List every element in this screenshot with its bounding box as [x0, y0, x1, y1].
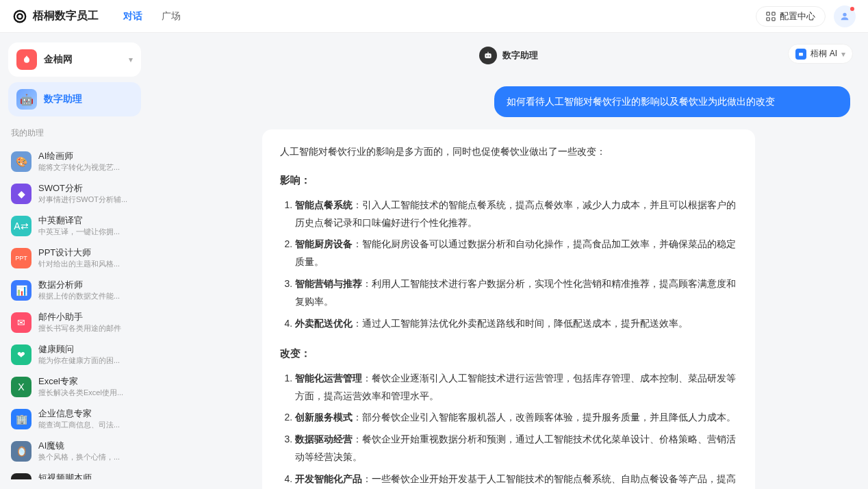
sidebar-assistant-item[interactable]: ◆ SWOT分析 对事情进行SWOT分析辅... — [8, 178, 141, 209]
logo: 梧桐数字员工 — [12, 9, 99, 24]
list-item-label: 智能营销与推荐 — [295, 278, 362, 289]
assistant-item-desc: 针对给出的主题和风格... — [38, 259, 120, 269]
assistant-item-title: 邮件小助手 — [38, 311, 121, 323]
list-item-label: 创新服务模式 — [295, 412, 353, 423]
assistant-item-text: 中英翻译官 中英互译，一键让你拥... — [38, 214, 120, 237]
assistant-item-title: AI魔镜 — [38, 440, 120, 452]
list-item: 智能化运营管理：餐饮企业逐渐引入人工智能技术进行运营管理，包括库存管理、成本控制… — [295, 370, 737, 405]
config-label: 配置中心 — [780, 10, 815, 23]
sidebar-assistant-item[interactable]: 🎨 AI绘画师 能将文字转化为视觉艺... — [8, 146, 141, 177]
logo-text: 梧桐数字员工 — [33, 9, 99, 23]
assistant-item-text: 数据分析师 根据上传的数据文件能... — [38, 279, 120, 301]
assistant-item-icon: 🪞 — [11, 441, 31, 462]
user-avatar[interactable] — [834, 5, 856, 27]
list-item: 创新服务模式：部分餐饮企业引入智能客服机器人，改善顾客体验，提升服务质量，并且降… — [295, 409, 737, 427]
sidebar-assistant-item[interactable]: ✉ 邮件小助手 擅长书写各类用途的邮件 — [8, 307, 141, 338]
assistant-item-text: 健康顾问 能为你在健康方面的困... — [38, 343, 120, 366]
sidebar-assistant-item[interactable]: A⇄ 中英翻译官 中英互译，一键让你拥... — [8, 210, 141, 241]
assistant-item-icon: A⇄ — [11, 216, 31, 236]
list-item-label: 智能厨房设备 — [295, 238, 353, 249]
list-item-text: ：引入人工智能技术的智能点餐系统，提高点餐效率，减少人力成本，并且可以根据客户的… — [295, 199, 736, 228]
model-selector[interactable]: 梧桐 AI ▾ — [788, 44, 853, 64]
assistant-item-text: PPT设计大师 针对给出的主题和风格... — [38, 247, 120, 269]
assistant-item-desc: 对事情进行SWOT分析辅... — [38, 195, 127, 205]
assistant-item-icon: 🎨 — [11, 151, 31, 172]
assistant-item-title: AI绘画师 — [38, 150, 120, 162]
assistant-item-desc: 能为你在健康方面的困... — [38, 355, 120, 366]
assistant-item-icon: ◆ — [11, 184, 31, 204]
assistant-list: 🎨 AI绘画师 能将文字转化为视觉艺... ◆ SWOT分析 对事情进行SWOT… — [8, 146, 141, 479]
model-name: 梧桐 AI — [810, 48, 837, 60]
assistant-item-text: SWOT分析 对事情进行SWOT分析辅... — [38, 182, 127, 205]
nav-square[interactable]: 广场 — [162, 10, 181, 23]
assistant-item-title: PPT设计大师 — [38, 247, 120, 259]
chevron-down-icon: ▾ — [841, 49, 845, 59]
assistant-item-title: 企业信息专家 — [38, 408, 120, 420]
assistant-item-desc: 根据上传的数据文件能... — [38, 291, 120, 301]
assistant-item-title: 短视频脚本师 — [38, 472, 120, 479]
sidebar-assistant-item[interactable]: 🏢 企业信息专家 能查询工商信息、司法... — [8, 403, 141, 434]
config-center-button[interactable]: 配置中心 — [756, 6, 826, 27]
change-heading: 改变： — [280, 344, 737, 363]
sidebar-assistant-item[interactable]: 🪞 AI魔镜 换个风格，换个心情，... — [8, 436, 141, 466]
svg-rect-4 — [767, 17, 769, 20]
org-icon — [16, 49, 37, 70]
assistant-item-text: 企业信息专家 能查询工商信息、司法... — [38, 408, 120, 430]
list-item: 智能厨房设备：智能化厨房设备可以通过数据分析和自动化操作，提高食品加工效率，并确… — [295, 236, 737, 271]
user-icon — [839, 11, 850, 22]
svg-point-8 — [486, 55, 487, 57]
assistant-item-desc: 擅长书写各类用途的邮件 — [38, 323, 121, 334]
assistant-item-title: 数据分析师 — [38, 279, 120, 291]
list-item-label: 外卖配送优化 — [295, 318, 353, 329]
sidebar-assistant-item[interactable]: ▶ 短视频脚本师 告诉我短视频脚本关键... — [8, 468, 141, 479]
sidebar-section-title: 我的助理 — [11, 127, 138, 139]
nav-chat[interactable]: 对话 — [123, 10, 142, 23]
list-item: 开发智能化产品：一些餐饮企业开始开发基于人工智能技术的智能点餐系统、自助点餐设备… — [295, 471, 737, 489]
list-item-label: 数据驱动经营 — [295, 434, 353, 444]
assistant-item-text: 邮件小助手 擅长书写各类用途的邮件 — [38, 311, 121, 334]
app-header: 梧桐数字员工 对话 广场 配置中心 — [0, 0, 868, 33]
chevron-down-icon: ▾ — [129, 55, 133, 64]
svg-point-6 — [843, 12, 846, 16]
top-nav: 对话 广场 — [123, 10, 181, 23]
svg-rect-11 — [799, 52, 803, 55]
assistant-item-icon: X — [11, 377, 31, 397]
sidebar-assistant-item[interactable]: X Excel专家 擅长解决各类Excel使用... — [8, 371, 141, 402]
chat-robot-icon — [479, 47, 497, 64]
impact-heading: 影响： — [280, 171, 737, 190]
assistant-item-desc: 能将文字转化为视觉艺... — [38, 162, 120, 173]
header-right: 配置中心 — [756, 5, 856, 27]
sidebar-active-assistant[interactable]: 🤖 数字助理 — [8, 82, 141, 116]
chat-title: 数字助理 — [502, 49, 538, 62]
sidebar-assistant-item[interactable]: PPT PPT设计大师 针对给出的主题和风格... — [8, 242, 141, 273]
assistant-item-icon: ✉ — [11, 312, 31, 333]
svg-rect-7 — [485, 53, 491, 58]
list-item-text: ：餐饮企业开始重视数据分析和预测，通过人工智能技术优化菜单设计、价格策略、营销活… — [295, 434, 736, 462]
list-item: 外卖配送优化：通过人工智能算法优化外卖配送路线和时间，降低配送成本，提升配送效率… — [295, 315, 737, 333]
bot-response: 人工智能对餐饮行业的影响是多方面的，同时也促使餐饮业做出了一些改变： 影响： 智… — [262, 129, 755, 489]
response-intro: 人工智能对餐饮行业的影响是多方面的，同时也促使餐饮业做出了一些改变： — [280, 143, 737, 161]
assistant-item-desc: 中英互译，一键让你拥... — [38, 227, 120, 237]
assistant-item-icon: PPT — [11, 248, 31, 268]
assistant-item-title: Excel专家 — [38, 375, 123, 388]
sidebar-assistant-item[interactable]: 📊 数据分析师 根据上传的数据文件能... — [8, 275, 141, 305]
assistant-item-desc: 擅长解决各类Excel使用... — [38, 388, 123, 398]
assistant-item-text: AI魔镜 换个风格，换个心情，... — [38, 440, 120, 462]
assistant-item-text: Excel专家 擅长解决各类Excel使用... — [38, 375, 123, 398]
assistant-item-text: AI绘画师 能将文字转化为视觉艺... — [38, 150, 120, 173]
svg-point-0 — [14, 10, 26, 22]
user-message: 如何看待人工智能对餐饮行业的影响以及餐饮业为此做出的改变 — [494, 86, 850, 117]
list-item-text: ：通过人工智能算法优化外卖配送路线和时间，降低配送成本，提升配送效率。 — [353, 318, 688, 329]
sidebar-assistant-item[interactable]: ❤ 健康顾问 能为你在健康方面的困... — [8, 339, 141, 370]
logo-icon — [12, 9, 27, 24]
assistant-item-desc: 能查询工商信息、司法... — [38, 420, 120, 430]
assistant-item-icon: 🏢 — [11, 409, 31, 429]
list-item-text: ：智能化厨房设备可以通过数据分析和自动化操作，提高食品加工效率，并确保菜品的稳定… — [295, 238, 736, 267]
list-item: 智能营销与推荐：利用人工智能技术进行客户数据分析，实现个性化营销和精准推荐，提高… — [295, 275, 737, 311]
list-item: 数据驱动经营：餐饮企业开始重视数据分析和预测，通过人工智能技术优化菜单设计、价格… — [295, 431, 737, 466]
list-item: 智能点餐系统：引入人工智能技术的智能点餐系统，提高点餐效率，减少人力成本，并且可… — [295, 197, 737, 232]
assistant-label: 数字助理 — [44, 93, 82, 105]
assistant-item-desc: 换个风格，换个心情，... — [38, 452, 120, 462]
assistant-item-title: SWOT分析 — [38, 182, 127, 195]
org-selector[interactable]: 金柚网 ▾ — [8, 42, 141, 77]
